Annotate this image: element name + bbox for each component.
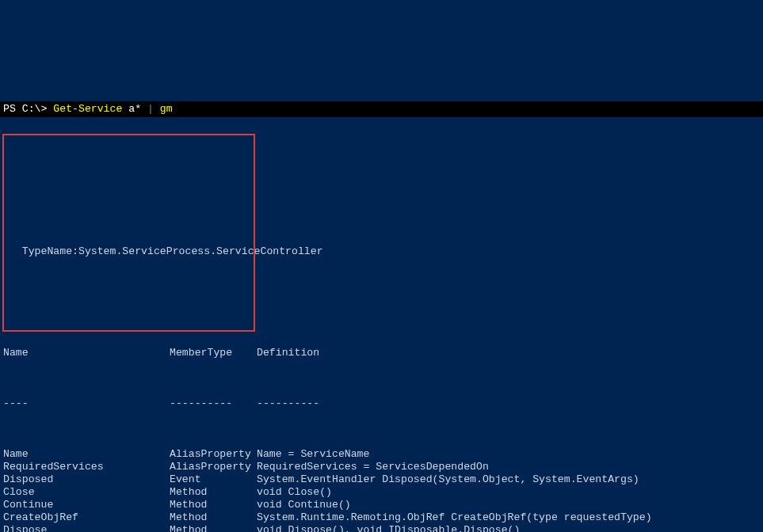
divider-definition: ---------- (257, 397, 760, 410)
member-type: AliasProperty (170, 448, 257, 461)
member-definition: void Dispose(), void IDisposable.Dispose… (257, 524, 760, 532)
terminal-output[interactable]: PS C:\> Get-Service a* | gm TypeName:Sys… (0, 63, 763, 532)
member-definition: Name = ServiceName (257, 448, 760, 461)
prompt-line: PS C:\> Get-Service a* | gm (0, 101, 763, 117)
member-definition: System.Runtime.Remoting.ObjRef CreateObj… (257, 511, 760, 524)
command-gm: gm (154, 103, 173, 115)
member-row: CloseMethodvoid Close() (0, 486, 763, 499)
member-definition: void Close() (257, 486, 760, 499)
member-name: Dispose (3, 524, 170, 532)
member-row: RequiredServicesAliasPropertyRequiredSer… (0, 461, 763, 473)
member-name: CreateObjRef (3, 511, 170, 524)
blank-line (0, 155, 763, 168)
member-row: ContinueMethodvoid Continue() (0, 499, 763, 511)
member-name: Name (3, 448, 170, 461)
header-row: NameMemberTypeDefinition (0, 347, 763, 359)
member-name: Close (3, 486, 170, 499)
header-definition: Definition (257, 347, 760, 359)
divider-name: ---- (3, 397, 170, 410)
member-name: Disposed (3, 473, 170, 486)
member-row: NameAliasPropertyName = ServiceName (0, 448, 763, 461)
member-type: AliasProperty (170, 461, 257, 473)
header-name: Name (3, 347, 170, 359)
blank-line (0, 193, 763, 206)
member-definition: RequiredServices = ServicesDependedOn (257, 461, 760, 473)
member-type: Event (170, 473, 257, 486)
divider-row: ------------------------ (0, 397, 763, 410)
pipe-symbol: | (147, 103, 154, 115)
blank-line (0, 296, 763, 309)
member-row: DisposedEventSystem.EventHandler Dispose… (0, 473, 763, 486)
command-arg: a* (122, 103, 147, 115)
member-type: Method (170, 511, 257, 524)
header-membertype: MemberType (170, 347, 257, 359)
typename-line: TypeName:System.ServiceProcess.ServiceCo… (0, 245, 763, 258)
member-row: DisposeMethodvoid Dispose(), void IDispo… (0, 524, 763, 532)
member-row: CreateObjRefMethodSystem.Runtime.Remotin… (0, 511, 763, 524)
member-definition: System.EventHandler Disposed(System.Obje… (257, 473, 760, 486)
member-definition: void Continue() (257, 499, 760, 511)
member-type: Method (170, 499, 257, 511)
member-type: Method (170, 486, 257, 499)
rows-container: NameAliasPropertyName = ServiceNameRequi… (0, 448, 763, 532)
member-name: Continue (3, 499, 170, 511)
member-name: RequiredServices (3, 461, 170, 473)
member-type: Method (170, 524, 257, 532)
prompt-prefix: PS C:\> (3, 103, 53, 115)
command-get-service: Get-Service (53, 103, 122, 115)
divider-membertype: ---------- (170, 397, 257, 410)
